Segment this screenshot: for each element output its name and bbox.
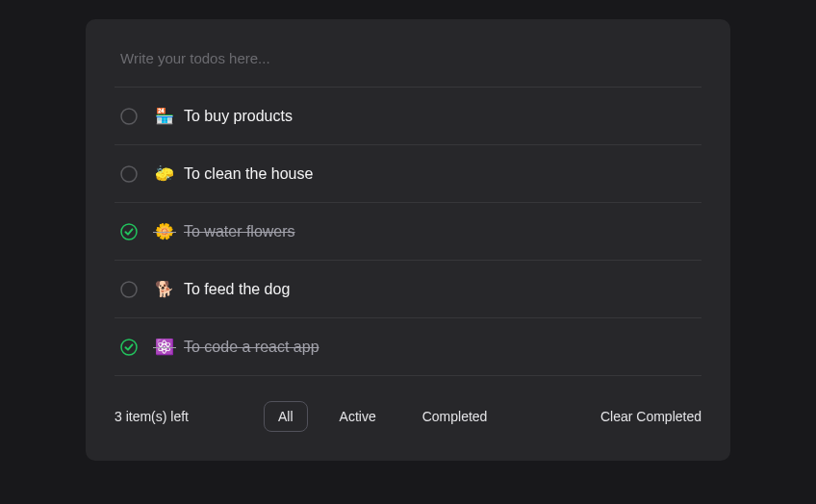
clear-completed-button[interactable]: Clear Completed bbox=[600, 409, 701, 424]
svg-point-1 bbox=[121, 166, 137, 182]
todo-text: 🏪To buy products bbox=[155, 107, 293, 125]
filter-group: All Active Completed bbox=[264, 401, 551, 432]
todo-text: ⚛️To code a react app bbox=[155, 338, 319, 356]
todo-item: 🌼To water flowers bbox=[115, 203, 701, 261]
todo-label: To code a react app bbox=[184, 339, 319, 356]
todo-emoji: 🐕 bbox=[155, 280, 174, 298]
todo-emoji: 🏪 bbox=[155, 107, 174, 125]
footer: 3 item(s) left All Active Completed Clea… bbox=[115, 376, 701, 432]
items-left-label: 3 item(s) left bbox=[115, 409, 264, 424]
check-circle-icon[interactable] bbox=[120, 223, 138, 240]
todo-list: 🏪To buy products🧽To clean the house🌼To w… bbox=[115, 88, 701, 376]
todo-emoji: 🧽 bbox=[155, 164, 174, 183]
circle-icon[interactable] bbox=[120, 281, 138, 298]
filter-completed[interactable]: Completed bbox=[408, 401, 502, 432]
todo-item: ⚛️To code a react app bbox=[115, 318, 701, 376]
svg-point-3 bbox=[121, 282, 137, 297]
filter-active[interactable]: Active bbox=[325, 401, 391, 432]
todo-text: 🧽To clean the house bbox=[155, 164, 313, 183]
circle-icon[interactable] bbox=[120, 108, 138, 125]
todo-emoji: ⚛️ bbox=[155, 338, 174, 356]
todo-item: 🐕To feed the dog bbox=[115, 261, 701, 318]
todo-label: To buy products bbox=[184, 108, 293, 125]
todo-text: 🌼To water flowers bbox=[155, 222, 295, 240]
circle-icon[interactable] bbox=[120, 165, 138, 183]
todo-label: To clean the house bbox=[184, 165, 313, 183]
todo-text: 🐕To feed the dog bbox=[155, 280, 290, 298]
todo-emoji: 🌼 bbox=[155, 222, 174, 240]
todo-item: 🏪To buy products bbox=[115, 88, 701, 145]
todo-label: To feed the dog bbox=[184, 281, 290, 298]
input-row bbox=[115, 38, 701, 88]
todo-card: 🏪To buy products🧽To clean the house🌼To w… bbox=[86, 19, 730, 461]
svg-point-0 bbox=[121, 109, 137, 124]
todo-item: 🧽To clean the house bbox=[115, 145, 701, 203]
check-circle-icon[interactable] bbox=[120, 339, 138, 356]
todo-input[interactable] bbox=[120, 50, 696, 66]
filter-all[interactable]: All bbox=[264, 401, 308, 432]
todo-label: To water flowers bbox=[184, 223, 295, 240]
